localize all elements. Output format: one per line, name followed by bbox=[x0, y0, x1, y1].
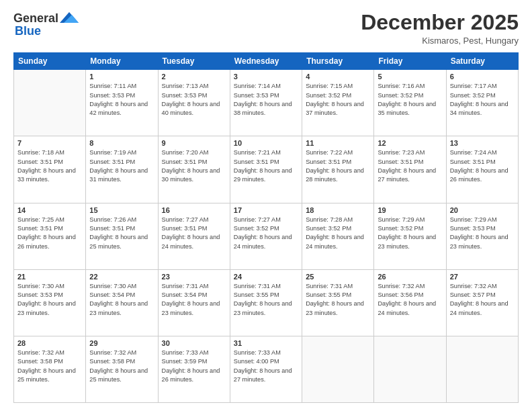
calendar-header-row: Sunday Monday Tuesday Wednesday Thursday… bbox=[14, 53, 519, 70]
sunrise-text: Sunrise: 7:21 AM bbox=[234, 149, 281, 156]
calendar-cell: 18Sunrise: 7:28 AMSunset: 3:52 PMDayligh… bbox=[302, 203, 374, 269]
day-number: 11 bbox=[306, 139, 370, 147]
day-number: 2 bbox=[162, 73, 226, 81]
calendar-cell: 8Sunrise: 7:19 AMSunset: 3:51 PMDaylight… bbox=[86, 136, 158, 203]
day-number: 13 bbox=[450, 139, 515, 147]
day-number: 8 bbox=[89, 139, 154, 147]
sunset-text: Sunset: 3:53 PM bbox=[162, 92, 208, 99]
day-number: 26 bbox=[378, 273, 442, 281]
daylight-text: Daylight: 8 hours and 34 minutes. bbox=[450, 101, 508, 116]
sunset-text: Sunset: 3:57 PM bbox=[450, 291, 496, 298]
calendar-cell: 1Sunrise: 7:11 AMSunset: 3:53 PMDaylight… bbox=[86, 70, 158, 136]
day-info: Sunrise: 7:28 AMSunset: 3:52 PMDaylight:… bbox=[306, 216, 370, 251]
day-info: Sunrise: 7:21 AMSunset: 3:51 PMDaylight:… bbox=[234, 148, 298, 184]
calendar-week-row: 28Sunrise: 7:32 AMSunset: 3:58 PMDayligh… bbox=[14, 336, 519, 402]
day-number: 5 bbox=[378, 73, 442, 81]
day-number: 12 bbox=[378, 139, 442, 147]
sunrise-text: Sunrise: 7:32 AM bbox=[450, 283, 497, 289]
daylight-text: Daylight: 8 hours and 27 minutes. bbox=[234, 367, 292, 383]
sunset-text: Sunset: 3:55 PM bbox=[306, 291, 351, 298]
sunset-text: Sunset: 3:52 PM bbox=[234, 225, 279, 232]
calendar-cell: 16Sunrise: 7:27 AMSunset: 3:51 PMDayligh… bbox=[158, 203, 230, 269]
header-sunday: Sunday bbox=[14, 53, 86, 70]
sunrise-text: Sunrise: 7:33 AM bbox=[162, 349, 209, 356]
calendar-cell: 25Sunrise: 7:31 AMSunset: 3:55 PMDayligh… bbox=[302, 269, 374, 336]
day-number: 15 bbox=[89, 206, 154, 214]
day-info: Sunrise: 7:30 AMSunset: 3:53 PMDaylight:… bbox=[17, 282, 82, 318]
month-title: December 2025 bbox=[361, 11, 519, 34]
sunset-text: Sunset: 3:51 PM bbox=[234, 158, 279, 165]
sunset-text: Sunset: 3:54 PM bbox=[89, 291, 135, 298]
day-info: Sunrise: 7:33 AMSunset: 4:00 PMDaylight:… bbox=[234, 349, 298, 384]
sunset-text: Sunset: 3:51 PM bbox=[17, 158, 63, 165]
calendar-cell: 12Sunrise: 7:23 AMSunset: 3:51 PMDayligh… bbox=[374, 136, 446, 203]
sunrise-text: Sunrise: 7:26 AM bbox=[89, 216, 136, 223]
day-number: 4 bbox=[306, 73, 370, 81]
day-number: 6 bbox=[450, 73, 515, 81]
daylight-text: Daylight: 8 hours and 26 minutes. bbox=[17, 234, 76, 249]
day-info: Sunrise: 7:14 AMSunset: 3:53 PMDaylight:… bbox=[234, 82, 298, 118]
calendar-cell: 13Sunrise: 7:24 AMSunset: 3:51 PMDayligh… bbox=[446, 136, 518, 203]
sunrise-text: Sunrise: 7:33 AM bbox=[234, 349, 281, 356]
sunrise-text: Sunrise: 7:27 AM bbox=[162, 216, 209, 223]
day-info: Sunrise: 7:30 AMSunset: 3:54 PMDaylight:… bbox=[89, 282, 154, 318]
calendar-cell: 7Sunrise: 7:18 AMSunset: 3:51 PMDaylight… bbox=[14, 136, 86, 203]
calendar-week-row: 21Sunrise: 7:30 AMSunset: 3:53 PMDayligh… bbox=[14, 269, 519, 336]
title-area: December 2025 Kismaros, Pest, Hungary bbox=[361, 11, 519, 46]
calendar-cell bbox=[446, 336, 518, 402]
day-number: 30 bbox=[162, 339, 226, 347]
header-wednesday: Wednesday bbox=[230, 53, 302, 70]
sunset-text: Sunset: 3:52 PM bbox=[378, 92, 423, 99]
daylight-text: Daylight: 8 hours and 29 minutes. bbox=[234, 167, 292, 183]
calendar-cell: 4Sunrise: 7:15 AMSunset: 3:52 PMDaylight… bbox=[302, 70, 374, 136]
sunrise-text: Sunrise: 7:30 AM bbox=[89, 283, 136, 289]
day-info: Sunrise: 7:29 AMSunset: 3:53 PMDaylight:… bbox=[450, 216, 515, 251]
logo: General Blue bbox=[13, 11, 79, 38]
day-number: 3 bbox=[234, 73, 298, 81]
header-tuesday: Tuesday bbox=[158, 53, 230, 70]
daylight-text: Daylight: 8 hours and 23 minutes. bbox=[450, 234, 508, 249]
daylight-text: Daylight: 8 hours and 27 minutes. bbox=[378, 167, 436, 183]
day-number: 9 bbox=[162, 139, 226, 147]
sunrise-text: Sunrise: 7:27 AM bbox=[234, 216, 281, 223]
day-info: Sunrise: 7:31 AMSunset: 3:54 PMDaylight:… bbox=[162, 282, 226, 318]
sunset-text: Sunset: 3:51 PM bbox=[89, 158, 135, 165]
day-info: Sunrise: 7:17 AMSunset: 3:52 PMDaylight:… bbox=[450, 82, 515, 118]
sunrise-text: Sunrise: 7:20 AM bbox=[162, 149, 209, 156]
day-info: Sunrise: 7:25 AMSunset: 3:51 PMDaylight:… bbox=[17, 216, 82, 251]
sunset-text: Sunset: 3:59 PM bbox=[162, 358, 208, 365]
daylight-text: Daylight: 8 hours and 23 minutes. bbox=[17, 300, 76, 316]
calendar-cell: 19Sunrise: 7:29 AMSunset: 3:52 PMDayligh… bbox=[374, 203, 446, 269]
day-info: Sunrise: 7:32 AMSunset: 3:56 PMDaylight:… bbox=[378, 282, 442, 318]
day-info: Sunrise: 7:33 AMSunset: 3:59 PMDaylight:… bbox=[162, 349, 226, 384]
day-info: Sunrise: 7:32 AMSunset: 3:57 PMDaylight:… bbox=[450, 282, 515, 318]
sunrise-text: Sunrise: 7:17 AM bbox=[450, 83, 497, 89]
sunrise-text: Sunrise: 7:13 AM bbox=[162, 83, 209, 89]
daylight-text: Daylight: 8 hours and 40 minutes. bbox=[162, 101, 220, 116]
daylight-text: Daylight: 8 hours and 37 minutes. bbox=[306, 101, 364, 116]
sunrise-text: Sunrise: 7:23 AM bbox=[378, 149, 425, 156]
daylight-text: Daylight: 8 hours and 23 minutes. bbox=[378, 234, 436, 249]
sunrise-text: Sunrise: 7:30 AM bbox=[17, 283, 64, 289]
daylight-text: Daylight: 8 hours and 25 minutes. bbox=[17, 367, 76, 383]
calendar-cell: 29Sunrise: 7:32 AMSunset: 3:58 PMDayligh… bbox=[86, 336, 158, 402]
daylight-text: Daylight: 8 hours and 23 minutes. bbox=[162, 300, 220, 316]
calendar-cell: 21Sunrise: 7:30 AMSunset: 3:53 PMDayligh… bbox=[14, 269, 86, 336]
daylight-text: Daylight: 8 hours and 26 minutes. bbox=[162, 367, 220, 383]
header-friday: Friday bbox=[374, 53, 446, 70]
sunset-text: Sunset: 3:52 PM bbox=[306, 92, 351, 99]
calendar-cell: 6Sunrise: 7:17 AMSunset: 3:52 PMDaylight… bbox=[446, 70, 518, 136]
calendar-cell: 31Sunrise: 7:33 AMSunset: 4:00 PMDayligh… bbox=[230, 336, 302, 402]
daylight-text: Daylight: 8 hours and 28 minutes. bbox=[306, 167, 364, 183]
calendar-cell: 22Sunrise: 7:30 AMSunset: 3:54 PMDayligh… bbox=[86, 269, 158, 336]
daylight-text: Daylight: 8 hours and 24 minutes. bbox=[234, 234, 292, 249]
day-number: 17 bbox=[234, 206, 298, 214]
day-number: 29 bbox=[89, 339, 154, 347]
daylight-text: Daylight: 8 hours and 25 minutes. bbox=[89, 234, 148, 249]
day-info: Sunrise: 7:15 AMSunset: 3:52 PMDaylight:… bbox=[306, 82, 370, 118]
calendar-week-row: 7Sunrise: 7:18 AMSunset: 3:51 PMDaylight… bbox=[14, 136, 519, 203]
calendar-cell: 27Sunrise: 7:32 AMSunset: 3:57 PMDayligh… bbox=[446, 269, 518, 336]
day-number: 10 bbox=[234, 139, 298, 147]
sunrise-text: Sunrise: 7:16 AM bbox=[378, 83, 425, 89]
calendar-cell: 20Sunrise: 7:29 AMSunset: 3:53 PMDayligh… bbox=[446, 203, 518, 269]
